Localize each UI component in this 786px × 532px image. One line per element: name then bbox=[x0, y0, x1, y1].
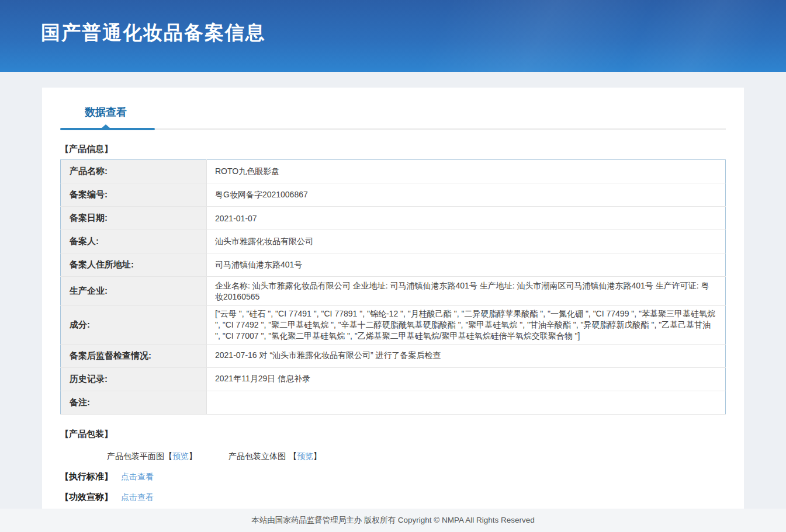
tab-divider bbox=[60, 128, 726, 130]
page-footer: 本站由国家药品监督管理局主办 版权所有 Copyright © NMPA All… bbox=[0, 509, 786, 532]
row-value bbox=[207, 391, 726, 414]
packaging-3d-view-item: 产品包装立体图【预览】 bbox=[228, 451, 321, 461]
packaging-links-row: 产品包装平面图【预览】 产品包装立体图【预览】 bbox=[107, 451, 726, 462]
packaging-flat-view-label: 产品包装平面图 bbox=[107, 451, 164, 461]
execution-standard-row: 【执行标准】点击查看 bbox=[60, 471, 726, 482]
table-row-registration-number: 备案编号: 粤G妆网备字2021006867 bbox=[61, 183, 726, 207]
row-label: 备案后监督检查情况: bbox=[61, 344, 207, 367]
table-row-registration-date: 备案日期: 2021-01-07 bbox=[61, 207, 726, 230]
row-label: 产品名称: bbox=[61, 160, 207, 183]
row-label: 备案编号: bbox=[61, 183, 207, 207]
copyright-text: 本站由国家药品监督管理局主办 版权所有 Copyright © NMPA All… bbox=[251, 515, 535, 526]
row-label: 备案日期: bbox=[61, 207, 207, 230]
table-row-remarks: 备注: bbox=[61, 391, 726, 414]
product-info-table: 产品名称: ROTO九色眼影盘 备案编号: 粤G妆网备字2021006867 备… bbox=[60, 159, 726, 415]
row-label: 历史记录: bbox=[61, 367, 207, 391]
row-value: 企业名称: 汕头市雅露化妆品有限公司 企业地址: 司马浦镇仙港东路401号 生产… bbox=[207, 277, 726, 306]
row-value: ["云母 ", "硅石 ", "CI 77491 ", "CI 77891 ",… bbox=[207, 306, 726, 345]
table-row-ingredients: 成分: ["云母 ", "硅石 ", "CI 77491 ", "CI 7789… bbox=[61, 306, 726, 345]
page-header: 国产普通化妆品备案信息 bbox=[0, 0, 786, 72]
bracket: 【 bbox=[289, 451, 297, 461]
execution-standard-view-link[interactable]: 点击查看 bbox=[121, 472, 154, 481]
table-row-registrant: 备案人: 汕头市雅露化妆品有限公司 bbox=[61, 230, 726, 253]
packaging-3d-view-label: 产品包装立体图 bbox=[228, 451, 286, 461]
efficacy-claim-label: 【功效宣称】 bbox=[60, 492, 113, 502]
row-value: 2021-07-16 对 “汕头市雅露化妆品有限公司” 进行了备案后检查 bbox=[207, 344, 726, 367]
row-value: 2021年11月29日 信息补录 bbox=[207, 367, 726, 391]
table-row-post-registration-inspection: 备案后监督检查情况: 2021-07-16 对 “汕头市雅露化妆品有限公司” 进… bbox=[61, 344, 726, 367]
execution-standard-label: 【执行标准】 bbox=[60, 471, 113, 481]
main-card: 数据查看 【产品信息】 产品名称: ROTO九色眼影盘 备案编号: 粤G妆网备字… bbox=[42, 88, 744, 509]
table-row-registrant-address: 备案人住所地址: 司马浦镇仙港东路401号 bbox=[61, 253, 726, 277]
row-value: 司马浦镇仙港东路401号 bbox=[207, 253, 726, 277]
section-product-info-title: 【产品信息】 bbox=[60, 144, 726, 155]
bracket: 】 bbox=[189, 451, 197, 461]
tab-caret-icon bbox=[101, 124, 110, 128]
page-title: 国产普通化妆品备案信息 bbox=[0, 0, 786, 46]
efficacy-claim-row: 【功效宣称】点击查看 bbox=[60, 492, 726, 503]
tab-active-underline bbox=[60, 128, 155, 130]
table-row-history: 历史记录: 2021年11月29日 信息补录 bbox=[61, 367, 726, 391]
bracket: 】 bbox=[313, 451, 321, 461]
row-label: 备案人住所地址: bbox=[61, 253, 207, 277]
row-label: 备注: bbox=[61, 391, 207, 414]
efficacy-claim-view-link[interactable]: 点击查看 bbox=[121, 492, 154, 502]
page-body: 数据查看 【产品信息】 产品名称: ROTO九色眼影盘 备案编号: 粤G妆网备字… bbox=[0, 72, 786, 509]
table-row-manufacturer: 生产企业: 企业名称: 汕头市雅露化妆品有限公司 企业地址: 司马浦镇仙港东路4… bbox=[61, 277, 726, 306]
packaging-flat-view-preview-link[interactable]: 预览 bbox=[172, 451, 189, 461]
tab-bar: 数据查看 bbox=[60, 105, 726, 130]
row-label: 备案人: bbox=[61, 230, 207, 253]
row-value: 粤G妆网备字2021006867 bbox=[207, 183, 726, 207]
row-label: 生产企业: bbox=[61, 277, 207, 306]
row-value: 汕头市雅露化妆品有限公司 bbox=[207, 230, 726, 253]
bracket: 【 bbox=[164, 451, 172, 461]
row-label: 成分: bbox=[61, 306, 207, 345]
section-packaging-title: 【产品包装】 bbox=[60, 429, 726, 440]
row-value: 2021-01-07 bbox=[207, 207, 726, 230]
table-row-product-name: 产品名称: ROTO九色眼影盘 bbox=[61, 160, 726, 183]
row-value: ROTO九色眼影盘 bbox=[207, 160, 726, 183]
packaging-flat-view-item: 产品包装平面图【预览】 bbox=[107, 451, 197, 461]
packaging-3d-view-preview-link[interactable]: 预览 bbox=[297, 451, 313, 461]
